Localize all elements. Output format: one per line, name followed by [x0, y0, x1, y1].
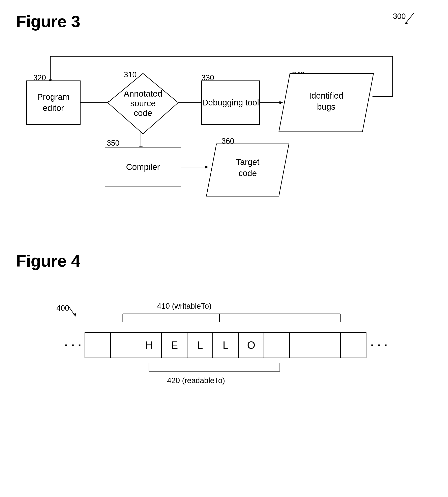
- cell-8: [289, 332, 315, 358]
- fig3-diagram: 320 Program editor 310 Annotated source …: [20, 40, 423, 201]
- cell-10: [340, 332, 367, 358]
- debugging-tool-box: Debugging tool: [201, 80, 260, 125]
- svg-text:Annotated: Annotated: [124, 89, 162, 98]
- compiler-box: Compiler: [105, 147, 181, 187]
- cell-e: E: [161, 332, 188, 358]
- writable-to-label: 410 (writableTo): [157, 302, 211, 311]
- figure4-title: Figure 4: [16, 251, 80, 270]
- dots-left: · · ·: [60, 338, 85, 352]
- debugging-tool-label: Debugging tool: [202, 97, 259, 108]
- cell-1: [110, 332, 136, 358]
- annotated-source-code-shape: Annotated source code: [107, 72, 179, 135]
- fig4-diagram: 400 410 (writableTo) · · · H E L L: [20, 292, 423, 473]
- svg-text:code: code: [134, 108, 152, 118]
- svg-line-23: [67, 305, 75, 315]
- cell-7: [264, 332, 290, 358]
- cell-l2: L: [212, 332, 239, 358]
- svg-text:source: source: [130, 99, 156, 108]
- svg-text:Target: Target: [236, 157, 259, 167]
- cell-9: [315, 332, 341, 358]
- svg-line-0: [406, 13, 414, 23]
- readable-to-label: 420 (readableTo): [167, 376, 225, 385]
- program-editor-label: Program editor: [27, 92, 80, 113]
- ref-350: 350: [107, 139, 119, 147]
- ref-400-arrow: [65, 303, 80, 319]
- svg-text:bugs: bugs: [317, 102, 335, 111]
- writable-bracket: [121, 312, 342, 324]
- svg-text:Identified: Identified: [309, 91, 343, 100]
- program-editor-box: Program editor: [26, 80, 80, 125]
- readable-bracket: [147, 361, 282, 373]
- compiler-label: Compiler: [126, 162, 160, 173]
- cell-o: O: [238, 332, 264, 358]
- identified-bugs-shape: Identified bugs: [278, 72, 374, 133]
- dots-right: · · ·: [367, 338, 391, 352]
- svg-marker-1: [405, 22, 408, 24]
- ref-300-arrow: [402, 11, 418, 27]
- cell-h: H: [136, 332, 162, 358]
- memory-array: · · · H E L L O · · ·: [60, 332, 391, 358]
- figure3-title: Figure 3: [16, 12, 80, 31]
- cell-0: [85, 332, 111, 358]
- cell-l1: L: [187, 332, 213, 358]
- svg-text:code: code: [238, 169, 257, 178]
- target-code-shape: Target code: [205, 143, 290, 197]
